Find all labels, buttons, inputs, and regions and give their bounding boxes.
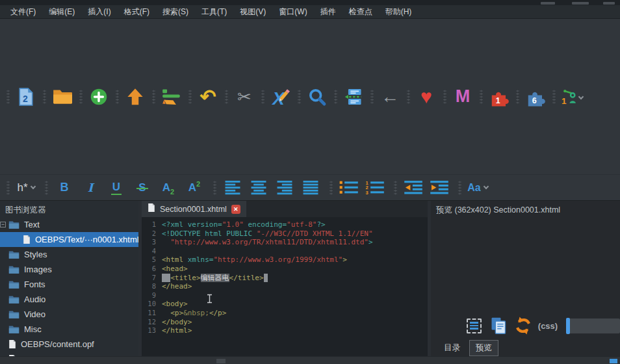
preview-tab[interactable]: 预览 [469, 340, 498, 356]
code-segment: xmlns= [183, 255, 213, 264]
toolbar-grip [152, 90, 155, 104]
open-file-button[interactable] [51, 85, 73, 109]
view-menu[interactable]: 视图(V) [233, 5, 272, 19]
mend-marker-button[interactable] [161, 85, 183, 109]
italic-icon: I [88, 181, 93, 194]
slider-handle[interactable] [566, 318, 570, 334]
split-view-button[interactable] [342, 85, 365, 109]
code-line: 1<?xml version="1.0" encoding="utf-8"?> [142, 220, 428, 229]
preview-refresh-button[interactable] [513, 315, 534, 336]
sidebar-item-audio[interactable]: Audio [0, 292, 138, 307]
list-number-icon: 123 [365, 180, 385, 195]
toolbar-grip [79, 90, 83, 104]
main-area: 图书浏览器 −TextOEBPS/Text/···n0001.xhtmlStyl… [0, 201, 620, 356]
back-button[interactable]: ← [379, 85, 401, 109]
plugins-menu[interactable]: 插件 [314, 5, 342, 19]
undo-icon: ↶ [200, 87, 216, 107]
undo-button[interactable]: ↶ [197, 85, 219, 109]
format-toolbar: h*BIUSA2A2123Aa [0, 174, 620, 201]
casing-select[interactable]: Aa [467, 177, 489, 198]
preview-inspect-button[interactable] [463, 315, 484, 336]
insert-menu[interactable]: 插入(I) [81, 5, 117, 19]
folder-icon [8, 265, 19, 274]
new-epub2-button[interactable]: 2 [15, 85, 37, 109]
sidebar-item-styles[interactable]: Styles [0, 247, 138, 262]
sidebar-item-fonts[interactable]: Fonts [0, 277, 138, 292]
cut-button[interactable]: ✂ [233, 85, 255, 109]
toc-tab[interactable]: 目录 [437, 340, 467, 356]
search-icon [307, 87, 327, 107]
align-right-button[interactable] [274, 177, 296, 198]
new-epub2-icon: 2 [18, 88, 34, 106]
code-editor[interactable]: 1<?xml version="1.0" encoding="utf-8"?>2… [142, 217, 428, 356]
sidebar-item-toc-ncx[interactable]: OEBPS/toc.ncx [0, 352, 138, 356]
preview-copy-button[interactable] [488, 315, 509, 336]
align-left-button[interactable] [222, 177, 244, 198]
heading-select[interactable]: h* [15, 177, 37, 198]
sidebar-item-text[interactable]: −Text [0, 217, 138, 232]
tools-menu[interactable]: 工具(T) [195, 5, 233, 19]
italic-button[interactable]: I [79, 177, 101, 198]
code-segment: &nbsp; [183, 309, 209, 317]
align-justify-button[interactable] [300, 177, 322, 198]
tab-close-icon[interactable]: ✕ [231, 205, 240, 214]
align-center-button[interactable] [248, 177, 270, 198]
sidebar-item-content-opf[interactable]: OEBPS/content.opf [0, 337, 138, 352]
preview-render-area[interactable] [431, 217, 620, 312]
code-segment [162, 238, 170, 246]
preview-zoom-slider[interactable] [566, 318, 620, 333]
window-menu[interactable]: 窗口(W) [272, 5, 313, 19]
search-menu[interactable]: 搜索(S) [156, 5, 195, 19]
toolbar-grip [213, 181, 216, 195]
add-existing-files-button[interactable] [88, 85, 110, 109]
underline-icon: U [111, 181, 122, 195]
split-view-icon [344, 87, 363, 107]
save-arrow-icon [126, 88, 144, 106]
preview-code-button[interactable] [439, 315, 459, 336]
donate-heart-icon: ♥ [420, 87, 432, 107]
folder-icon [8, 250, 19, 259]
code-segment: 编辑器电 [201, 274, 229, 282]
superscript-button[interactable]: A2 [183, 177, 205, 198]
outdent-button[interactable] [402, 177, 424, 198]
strikethrough-button[interactable]: S [131, 177, 153, 198]
sidebar-item-images[interactable]: Images [0, 262, 138, 277]
svg-text:1: 1 [496, 96, 500, 105]
tree-item-label: Misc [24, 324, 42, 334]
format-menu[interactable]: 格式(F) [118, 5, 156, 19]
book-browser-title: 图书浏览器 [0, 201, 138, 217]
underline-button[interactable]: U [105, 177, 127, 198]
edit-menu[interactable]: 编辑(E) [42, 5, 81, 19]
sidebar-item-misc[interactable]: Misc [0, 322, 138, 337]
code-segment: <html [162, 255, 183, 264]
tree-item-label: Audio [24, 294, 45, 304]
code-segment: <!DOCTYPE html PUBLIC [162, 229, 257, 238]
donate-button[interactable]: ♥ [415, 85, 437, 109]
plugin-runner-button[interactable]: 1 [561, 85, 583, 109]
find-button[interactable] [306, 85, 328, 109]
folder-icon [8, 280, 19, 289]
numbered-list-button[interactable]: 123 [364, 177, 386, 198]
plugin-6-button[interactable]: 6 [524, 85, 547, 109]
svg-text:3: 3 [366, 190, 368, 195]
tree-item-label: Styles [24, 250, 47, 259]
tree-expander-icon[interactable]: − [0, 222, 6, 228]
line-number: 9 [142, 291, 156, 300]
save-button[interactable] [124, 85, 146, 109]
line-number: 5 [142, 255, 156, 264]
preview-css-button[interactable]: (css) [537, 315, 558, 336]
sidebar-item-video[interactable]: Video [0, 307, 138, 322]
subscript-button[interactable]: A2 [157, 177, 179, 198]
sidebar-item-section0001[interactable]: OEBPS/Text/···n0001.xhtml [0, 232, 138, 247]
indent-button[interactable] [428, 177, 450, 198]
bullet-list-button[interactable] [338, 177, 360, 198]
edit-x-button[interactable]: X [270, 85, 292, 109]
help-menu[interactable]: 帮助(H) [379, 5, 419, 19]
file-menu[interactable]: 文件(F) [4, 5, 42, 19]
list-bullet-icon [339, 180, 359, 195]
metadata-button[interactable]: M [452, 85, 474, 109]
plugin-1-button[interactable]: 1 [488, 85, 510, 109]
editor-tab-section0001[interactable]: Section0001.xhtml ✕ [142, 201, 246, 217]
bold-button[interactable]: B [53, 177, 75, 198]
checkpoints-menu[interactable]: 检查点 [342, 5, 379, 19]
